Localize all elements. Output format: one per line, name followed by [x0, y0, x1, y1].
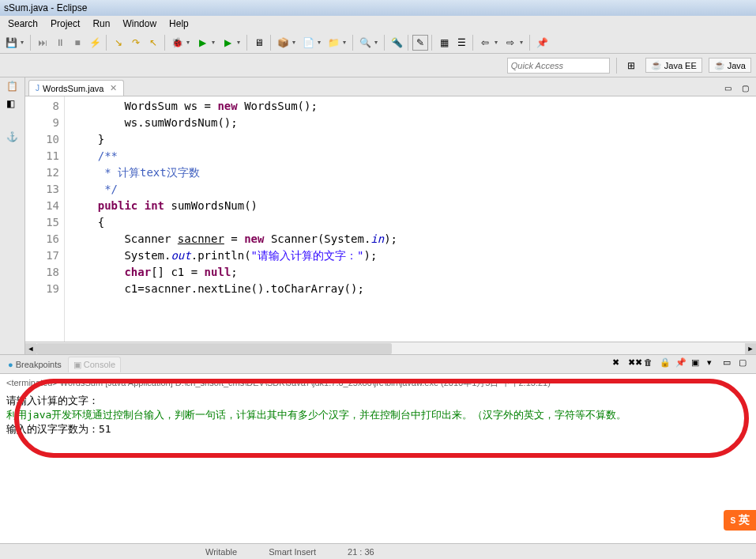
stop-icon[interactable]: ■ [70, 35, 85, 51]
menu-project[interactable]: Project [44, 17, 86, 31]
nav-icon[interactable]: ⇨ [502, 35, 518, 51]
close-icon[interactable]: ✕ [110, 83, 117, 93]
toggle-mark-icon[interactable]: ✎ [412, 35, 428, 51]
minimize-icon[interactable]: ▭ [720, 80, 735, 96]
line-num: 14 [25, 198, 59, 214]
quick-access-bar: ⊞ ☕ Java EE ☕ Java [0, 54, 756, 77]
console-output[interactable]: 请输入计算的文字： 利用java开发环境通过控制台输入，判断一句话，计算出其中有… [0, 392, 756, 438]
dropdown-icon[interactable]: ▾ [186, 39, 193, 46]
line-gutter: 8 9 10 11 12 13 14 15 16 17 18 19 [25, 96, 65, 342]
ime-badge[interactable]: S 英 [724, 510, 756, 531]
dropdown-icon[interactable]: ▾ [292, 39, 299, 46]
dropdown-icon[interactable]: ▾ [343, 39, 349, 46]
run-icon[interactable]: ▶ [194, 35, 210, 51]
dropdown-icon[interactable]: ▾ [318, 39, 324, 46]
maximize-icon[interactable]: ▢ [739, 357, 753, 372]
menu-window[interactable]: Window [116, 17, 163, 31]
separator [529, 35, 531, 51]
remove-launch-icon[interactable]: ✖ [612, 357, 626, 372]
remove-all-icon[interactable]: ✖✖ [628, 357, 642, 372]
pin-icon[interactable]: 📌 [534, 35, 550, 51]
separator [384, 35, 386, 51]
navigator-icon[interactable]: ◧ [6, 98, 19, 111]
java-icon: ☕ [714, 60, 725, 70]
new-package-icon[interactable]: 📦 [275, 35, 291, 51]
open-console-icon[interactable]: ▾ [707, 357, 721, 372]
line-num: 16 [25, 231, 59, 247]
horizontal-scrollbar[interactable]: ◄ ► [25, 342, 756, 354]
perspective-javaee[interactable]: ☕ Java EE [645, 58, 702, 73]
scroll-thumb[interactable] [36, 343, 392, 354]
menu-bar: Search Project Run Window Help [0, 16, 756, 32]
title-bar: sSum.java - Eclipse [0, 0, 756, 16]
tasks-icon[interactable]: ☰ [453, 35, 469, 51]
pause-icon[interactable]: ⏸ [52, 35, 68, 51]
line-num: 12 [25, 164, 59, 181]
skip-icon[interactable]: ⏭ [35, 35, 51, 51]
console-toolbar: ✖ ✖✖ 🗑 🔒 📌 ▣ ▾ ▭ ▢ [612, 357, 753, 372]
dropdown-icon[interactable]: ▾ [374, 39, 381, 46]
dropdown-icon[interactable]: ▾ [21, 39, 27, 46]
dropdown-icon[interactable]: ▾ [520, 39, 526, 46]
separator [246, 35, 248, 51]
menu-help[interactable]: Help [163, 17, 195, 31]
line-num: 10 [25, 131, 59, 148]
clear-icon[interactable]: 🗑 [644, 357, 658, 372]
tab-breakpoints[interactable]: ● Breakpoints [3, 357, 66, 372]
new-class-icon[interactable]: 📄 [300, 35, 316, 51]
disconnect-icon[interactable]: ⚡ [87, 35, 103, 51]
pin-console-icon[interactable]: 📌 [675, 357, 690, 372]
line-num: 18 [25, 264, 59, 281]
new-server-icon[interactable]: 🖥 [251, 35, 267, 51]
code-content[interactable]: WordsSum ws = new WordsSum(); ws.sumWord… [65, 96, 756, 342]
status-insert: Smart Insert [253, 547, 332, 557]
line-num: 13 [25, 181, 59, 198]
console-line: 输入的汉字字数为：51 [6, 422, 750, 436]
display-console-icon[interactable]: ▣ [691, 357, 705, 372]
menu-search[interactable]: Search [2, 17, 44, 31]
separator [431, 35, 433, 51]
minimize-icon[interactable]: ▭ [723, 357, 737, 372]
editor-tab-wordssum[interactable]: J WordsSum.java ✕ [28, 80, 124, 96]
save-icon[interactable]: 💾 [3, 35, 19, 51]
console-icon: ▣ [73, 360, 81, 370]
separator [472, 35, 474, 51]
bottom-panel: ● Breakpoints ▣ Console ✖ ✖✖ 🗑 🔒 📌 ▣ ▾ ▭… [0, 354, 756, 558]
editor-tabs: J WordsSum.java ✕ ▭ ▢ [25, 77, 756, 96]
main-toolbar: 💾 ▾ ⏭ ⏸ ■ ⚡ ↘ ↷ ↖ 🐞 ▾ ▶ ▾ ▶ ▾ 🖥 📦 ▾ 📄 ▾ … [0, 32, 756, 54]
new-folder-icon[interactable]: 📁 [325, 35, 341, 51]
open-type-icon[interactable]: 🔍 [357, 35, 373, 51]
debug-icon[interactable]: 🐞 [169, 35, 185, 51]
step-into-icon[interactable]: ↘ [111, 35, 126, 51]
line-num: 15 [25, 214, 59, 231]
step-return-icon[interactable]: ↖ [145, 35, 161, 51]
line-num: 9 [25, 115, 59, 131]
editor-controls: ▭ ▢ [720, 80, 756, 96]
window-title: sSum.java - Eclipse [4, 2, 87, 13]
nav-icon[interactable]: ⇦ [477, 35, 493, 51]
outline-icon[interactable]: ▦ [436, 35, 452, 51]
open-perspective-icon[interactable]: ⊞ [623, 58, 639, 74]
scroll-left-icon[interactable]: ◄ [25, 343, 36, 354]
hierarchy-icon[interactable]: ⚓ [6, 131, 19, 144]
scroll-lock-icon[interactable]: 🔒 [660, 357, 674, 372]
dropdown-icon[interactable]: ▾ [212, 39, 218, 46]
scroll-right-icon[interactable]: ► [745, 343, 756, 354]
maximize-icon[interactable]: ▢ [737, 80, 753, 96]
console-header: <terminated> WordsSum [Java Application]… [0, 374, 756, 392]
run-last-icon[interactable]: ▶ [220, 35, 235, 51]
console-line-input: 利用java开发环境通过控制台输入，判断一句话，计算出其中有多少个汉字，并在控制… [6, 408, 750, 422]
perspective-java[interactable]: ☕ Java [709, 58, 751, 73]
menu-run[interactable]: Run [86, 17, 116, 31]
step-over-icon[interactable]: ↷ [128, 35, 144, 51]
separator [164, 35, 166, 51]
quick-access-input[interactable] [507, 58, 610, 74]
dropdown-icon[interactable]: ▾ [237, 39, 243, 46]
dropdown-icon[interactable]: ▾ [495, 39, 501, 46]
tab-console[interactable]: ▣ Console [68, 357, 121, 372]
code-editor[interactable]: 8 9 10 11 12 13 14 15 16 17 18 19 WordsS… [25, 96, 756, 342]
separator [270, 35, 272, 51]
separator [408, 35, 409, 51]
package-explorer-icon[interactable]: 📋 [6, 81, 19, 93]
search-icon[interactable]: 🔦 [389, 35, 404, 51]
